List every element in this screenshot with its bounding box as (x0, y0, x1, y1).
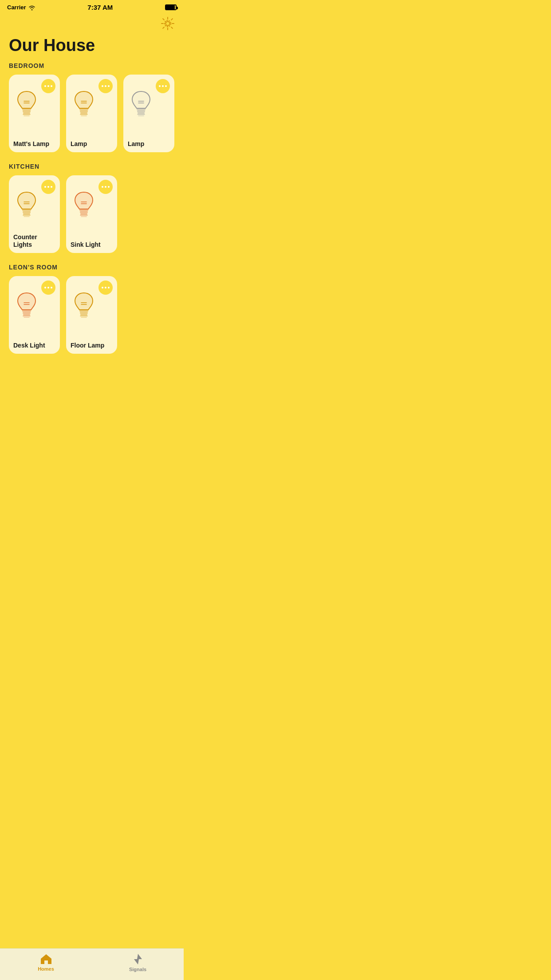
carrier-wifi: Carrier (7, 4, 35, 11)
device-card-bedroom-lamp-2[interactable]: Lamp (123, 75, 174, 152)
more-dots (159, 85, 167, 87)
device-card-counter-lights[interactable]: Counter Lights (9, 175, 60, 253)
bulb-matts-lamp (14, 88, 39, 122)
header (0, 13, 184, 34)
bulb-desk-light (14, 289, 39, 323)
carrier-label: Carrier (7, 4, 26, 11)
bulb-svg (129, 88, 153, 120)
more-dots (102, 186, 110, 188)
bulb-svg (14, 289, 39, 321)
svg-point-1 (166, 22, 170, 26)
bulb-svg (14, 189, 39, 221)
device-name-counter-lights: Counter Lights (13, 233, 55, 249)
svg-rect-5 (22, 108, 31, 111)
bulb-svg (14, 88, 39, 120)
device-card-bedroom-lamp-1[interactable]: Lamp (66, 75, 117, 152)
device-grid-bedroom: Matt's Lamp Lamp Lamp (0, 75, 184, 163)
device-name-desk-light: Desk Light (13, 342, 55, 349)
battery-icon (165, 4, 177, 10)
section-leons-room: LEON'S ROOM Desk Light Floor Lamp (0, 264, 184, 364)
device-grid-leons-room: Desk Light Floor Lamp (0, 276, 184, 364)
settings-icon-button[interactable] (161, 16, 175, 32)
svg-rect-14 (80, 112, 87, 114)
page-title: Our House (0, 34, 184, 62)
device-name-sink-light: Sink Light (71, 241, 113, 249)
more-dots (102, 85, 110, 87)
section-bedroom: BEDROOM Matt's Lamp Lamp (0, 62, 184, 163)
wifi-icon (28, 5, 35, 10)
svg-rect-27 (23, 211, 31, 213)
svg-rect-20 (137, 111, 145, 112)
bulb-bedroom-lamp-2 (129, 88, 153, 122)
gear-icon (161, 16, 175, 31)
more-dots (44, 287, 52, 288)
svg-rect-35 (80, 213, 87, 215)
svg-rect-12 (79, 108, 88, 111)
device-card-matts-lamp[interactable]: Matt's Lamp (9, 75, 60, 152)
more-dots (102, 287, 110, 288)
svg-rect-26 (22, 209, 31, 211)
more-dots (44, 85, 52, 87)
svg-rect-42 (23, 314, 30, 316)
device-grid-kitchen: Counter Lights Sink Light (0, 175, 184, 264)
svg-rect-48 (80, 312, 88, 314)
more-button-desk-light[interactable] (41, 281, 55, 295)
more-button-floor-lamp[interactable] (98, 281, 113, 295)
svg-rect-40 (22, 310, 31, 312)
more-dots (44, 186, 52, 188)
section-kitchen: KITCHEN Counter Lights Sink Light (0, 163, 184, 264)
bulb-svg (71, 189, 96, 221)
device-card-floor-lamp[interactable]: Floor Lamp (66, 276, 117, 354)
svg-rect-49 (80, 314, 87, 316)
bulb-svg (71, 88, 96, 120)
device-name-bedroom-lamp-2: Lamp (128, 140, 170, 148)
more-button-matts-lamp[interactable] (41, 79, 55, 93)
svg-rect-33 (79, 209, 88, 211)
svg-rect-19 (137, 108, 146, 111)
section-label-kitchen: KITCHEN (0, 163, 184, 175)
device-name-matts-lamp: Matt's Lamp (13, 140, 55, 148)
svg-rect-34 (80, 211, 88, 213)
svg-rect-13 (80, 111, 88, 112)
section-label-bedroom: BEDROOM (0, 62, 184, 75)
more-button-sink-light[interactable] (98, 180, 113, 194)
bulb-counter-lights (14, 189, 39, 222)
bulb-floor-lamp (71, 289, 96, 323)
bulb-svg (71, 289, 96, 321)
more-button-bedroom-lamp-2[interactable] (156, 79, 170, 93)
device-name-floor-lamp: Floor Lamp (71, 342, 113, 349)
svg-rect-28 (23, 213, 30, 215)
svg-rect-21 (138, 112, 145, 114)
svg-rect-6 (23, 111, 31, 112)
sections-container: BEDROOM Matt's Lamp Lamp (0, 62, 184, 364)
svg-rect-47 (79, 310, 88, 312)
svg-rect-41 (23, 312, 31, 314)
status-time: 7:37 AM (87, 4, 113, 11)
bulb-sink-light (71, 189, 96, 222)
device-card-desk-light[interactable]: Desk Light (9, 276, 60, 354)
device-name-bedroom-lamp-1: Lamp (71, 140, 113, 148)
status-bar: Carrier 7:37 AM (0, 0, 184, 13)
more-button-counter-lights[interactable] (41, 180, 55, 194)
bulb-bedroom-lamp-1 (71, 88, 96, 122)
section-label-leons-room: LEON'S ROOM (0, 264, 184, 276)
more-button-bedroom-lamp-1[interactable] (98, 79, 113, 93)
svg-rect-7 (23, 112, 30, 114)
device-card-sink-light[interactable]: Sink Light (66, 175, 117, 253)
